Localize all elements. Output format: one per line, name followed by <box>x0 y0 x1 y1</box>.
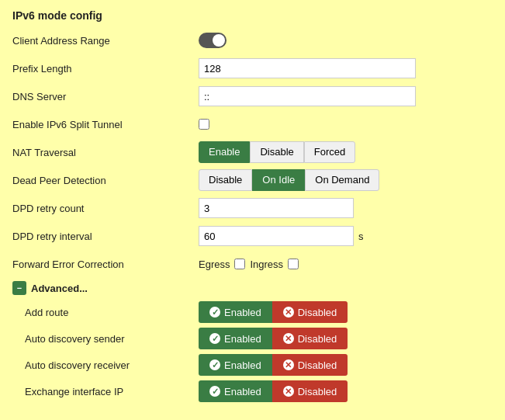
dpd-retry-count-input[interactable] <box>199 198 354 218</box>
fec-egress-label: Egress <box>199 259 230 270</box>
auto-discovery-sender-enabled-label: Enabled <box>224 333 261 345</box>
auto-discovery-sender-btn-group: ✓ Enabled ✕ Disabled <box>199 328 348 349</box>
auto-discovery-receiver-label: Auto discovery receiver <box>25 359 199 371</box>
auto-discovery-receiver-disabled-button[interactable]: ✕ Disabled <box>272 354 348 376</box>
auto-discovery-sender-label: Auto discovery sender <box>25 333 199 345</box>
fec-egress-checkbox[interactable] <box>234 259 245 269</box>
dead-peer-on-demand-button[interactable]: On Demand <box>305 169 379 191</box>
exchange-interface-ip-disabled-label: Disabled <box>298 386 337 397</box>
advanced-toggle[interactable]: − Advanced... <box>12 281 493 295</box>
dpd-retry-interval-label: DPD retry interval <box>12 231 199 242</box>
advanced-label: Advanced... <box>31 283 88 294</box>
minus-icon: − <box>12 281 26 295</box>
dead-peer-detection-btn-group: Disable On Idle On Demand <box>199 169 379 191</box>
add-route-check-icon: ✓ <box>209 307 220 318</box>
dead-peer-detection-label: Dead Peer Detection <box>12 175 199 186</box>
exchange-interface-ip-enabled-label: Enabled <box>224 386 261 397</box>
add-route-btn-group: ✓ Enabled ✕ Disabled <box>199 301 348 323</box>
auto-discovery-receiver-enabled-label: Enabled <box>224 359 261 371</box>
auto-discovery-receiver-enabled-button[interactable]: ✓ Enabled <box>199 354 272 376</box>
dns-server-label: DNS Server <box>12 91 199 102</box>
nat-traversal-btn-group: Enable Disable Forced <box>199 141 355 163</box>
fec-ingress-checkbox[interactable] <box>288 259 299 269</box>
section-title: IPv6 mode config <box>12 9 493 22</box>
auto-discovery-sender-enabled-button[interactable]: ✓ Enabled <box>199 328 272 349</box>
auto-discovery-sender-x-icon: ✕ <box>283 333 294 344</box>
dead-peer-disable-button[interactable]: Disable <box>199 169 252 191</box>
auto-discovery-sender-disabled-button[interactable]: ✕ Disabled <box>272 328 348 349</box>
auto-discovery-sender-check-icon: ✓ <box>209 333 220 344</box>
dpd-retry-interval-input[interactable] <box>199 226 354 246</box>
nat-traversal-enable-button[interactable]: Enable <box>199 141 250 163</box>
add-route-disabled-label: Disabled <box>298 307 337 318</box>
prefix-length-input[interactable] <box>199 58 416 78</box>
prefix-length-label: Prefix Length <box>12 63 199 75</box>
add-route-disabled-button[interactable]: ✕ Disabled <box>272 301 348 323</box>
auto-discovery-receiver-disabled-label: Disabled <box>298 359 337 371</box>
fec-label: Forward Error Correction <box>12 259 199 270</box>
ipv6-split-tunnel-checkbox[interactable] <box>199 119 209 130</box>
client-address-range-label: Client Address Range <box>12 35 199 47</box>
exchange-interface-ip-check-icon: ✓ <box>209 386 220 397</box>
add-route-x-icon: ✕ <box>283 307 294 318</box>
nat-traversal-forced-button[interactable]: Forced <box>304 141 355 163</box>
exchange-interface-ip-disabled-button[interactable]: ✕ Disabled <box>272 380 348 402</box>
add-route-enabled-button[interactable]: ✓ Enabled <box>199 301 272 323</box>
nat-traversal-label: NAT Traversal <box>12 147 199 158</box>
exchange-interface-ip-label: Exchange interface IP <box>25 386 199 397</box>
dpd-retry-interval-suffix: s <box>358 231 364 242</box>
fec-ingress-label: Ingress <box>250 259 283 270</box>
auto-discovery-sender-disabled-label: Disabled <box>298 333 337 345</box>
add-route-enabled-label: Enabled <box>224 307 261 318</box>
auto-discovery-receiver-check-icon: ✓ <box>209 359 220 370</box>
exchange-interface-ip-x-icon: ✕ <box>283 386 294 397</box>
exchange-interface-ip-enabled-button[interactable]: ✓ Enabled <box>199 380 272 402</box>
auto-discovery-receiver-btn-group: ✓ Enabled ✕ Disabled <box>199 354 348 376</box>
fec-group: Egress Ingress <box>199 259 299 270</box>
dead-peer-on-idle-button[interactable]: On Idle <box>252 169 305 191</box>
nat-traversal-disable-button[interactable]: Disable <box>250 141 303 163</box>
add-route-label: Add route <box>25 307 199 318</box>
dns-server-input[interactable] <box>199 86 416 106</box>
client-address-range-toggle[interactable] <box>199 33 227 48</box>
ipv6-split-tunnel-label: Enable IPv6 Split Tunnel <box>12 119 199 130</box>
auto-discovery-receiver-x-icon: ✕ <box>283 359 294 370</box>
exchange-interface-ip-btn-group: ✓ Enabled ✕ Disabled <box>199 380 348 402</box>
dpd-retry-count-label: DPD retry count <box>12 203 199 214</box>
